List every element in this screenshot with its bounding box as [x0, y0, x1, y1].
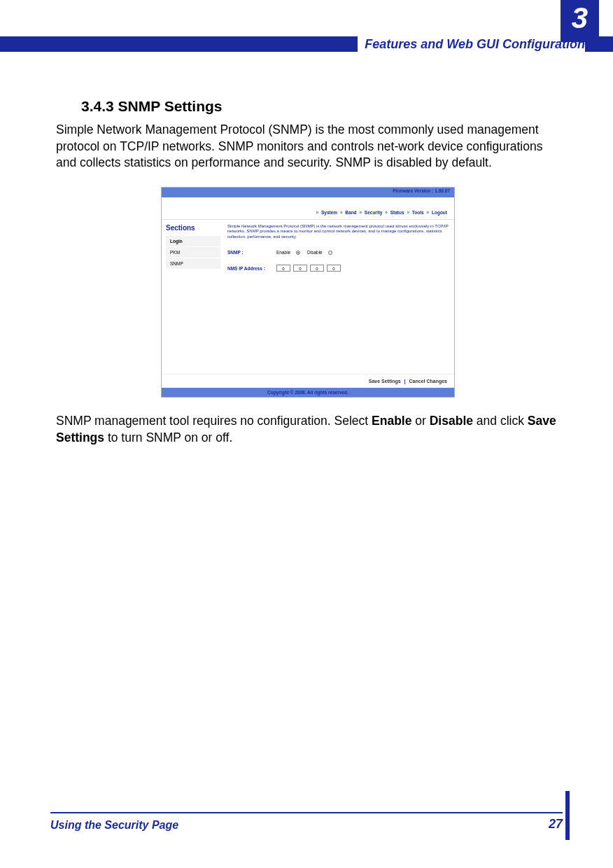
screenshot-copyright: Copyright © 2008. All rights reserved.: [162, 388, 454, 397]
nav-security[interactable]: Security: [365, 210, 383, 215]
paragraph-1: Simple Network Management Protocol (SNMP…: [56, 122, 560, 172]
screenshot-actions: Save Settings | Cancel Changes: [162, 374, 454, 388]
screenshot-navbar: » System » Band » Security » Status » To…: [162, 197, 454, 220]
firmware-label: Firmware Version : 1.00.07: [393, 188, 450, 193]
snmp-description: Simple Network Management Protocol (SNMP…: [227, 224, 449, 240]
cancel-changes-button[interactable]: Cancel Changes: [409, 379, 447, 384]
sidebar-item-login[interactable]: Login: [166, 236, 220, 247]
action-divider: |: [404, 379, 406, 384]
p2-mid2: and click: [473, 414, 528, 428]
snmp-field-row: SNMP : Enable Disable: [227, 249, 449, 255]
nms-ip-row: NMS IP Address : 0 0 0 0: [227, 265, 449, 272]
nav-sep-icon: »: [359, 210, 362, 215]
chapter-number: 3: [561, 0, 599, 42]
radio-enable[interactable]: [296, 251, 300, 255]
nav-sep-icon: »: [407, 210, 409, 215]
footer-rule: [50, 812, 563, 813]
nav-system[interactable]: System: [321, 210, 337, 215]
ip-octet-1[interactable]: 0: [276, 265, 290, 272]
sidebar-item-pkm[interactable]: PKM: [166, 247, 220, 258]
nav-sep-icon: »: [385, 210, 388, 215]
body: 3.4.3 SNMP Settings Simple Network Manag…: [56, 98, 560, 458]
header-band: Features and Web GUI Configuration: [0, 36, 613, 52]
sidebar-title: Sections: [166, 224, 220, 232]
ip-input-group: 0 0 0 0: [276, 265, 342, 272]
nav-sep-icon: »: [427, 210, 430, 215]
screenshot-topbar: Firmware Version : 1.00.07: [162, 188, 454, 197]
p2-disable: Disable: [430, 414, 473, 428]
ip-octet-4[interactable]: 0: [327, 265, 341, 272]
radio-disable[interactable]: [328, 251, 332, 255]
nav-sep-icon: »: [316, 210, 319, 215]
footer-right-accent: [565, 791, 570, 840]
snmp-field-label: SNMP :: [227, 250, 276, 255]
nav-sep-icon: »: [340, 210, 343, 215]
ip-octet-2[interactable]: 0: [293, 265, 307, 272]
paragraph-2: SNMP management tool requires no configu…: [56, 413, 560, 446]
screenshot-body: Sections Login PKM SNMP Simple Network M…: [162, 220, 454, 374]
chapter-title: Features and Web GUI Configuration: [358, 36, 585, 52]
screenshot-sidebar: Sections Login PKM SNMP: [162, 220, 225, 374]
ip-octet-3[interactable]: 0: [310, 265, 324, 272]
p2-enable: Enable: [372, 414, 411, 428]
nav-tools[interactable]: Tools: [412, 210, 424, 215]
nms-ip-label: NMS IP Address :: [227, 266, 276, 271]
screenshot-mock: Firmware Version : 1.00.07 » System » Ba…: [161, 187, 455, 398]
nav-band[interactable]: Band: [345, 210, 356, 215]
section-heading: 3.4.3 SNMP Settings: [81, 98, 560, 115]
enable-label: Enable: [276, 250, 290, 255]
p2-pre: SNMP management tool requires no configu…: [56, 414, 372, 428]
nav-status[interactable]: Status: [390, 210, 404, 215]
p2-mid1: or: [411, 414, 429, 428]
snmp-radio-group: Enable Disable: [276, 249, 334, 255]
save-settings-button[interactable]: Save Settings: [369, 379, 401, 384]
disable-label: Disable: [307, 250, 323, 255]
footer-page-number: 27: [549, 817, 563, 832]
p2-post: to turn SNMP on or off.: [104, 430, 232, 444]
screenshot-main: Simple Network Management Protocol (SNMP…: [225, 220, 454, 374]
sidebar-item-snmp[interactable]: SNMP: [166, 258, 220, 270]
footer-section-title: Using the Security Page: [50, 819, 178, 832]
nav-logout[interactable]: Logout: [432, 210, 447, 215]
